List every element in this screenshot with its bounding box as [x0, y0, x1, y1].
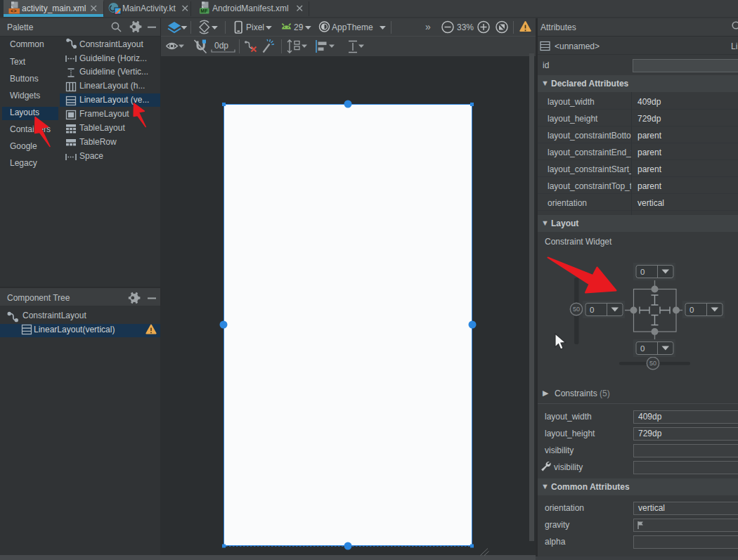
svg-text:AppTheme: AppTheme	[332, 22, 373, 32]
svg-text:<>: <>	[11, 8, 16, 14]
svg-text:»: »	[425, 21, 431, 32]
svg-text:MF: MF	[200, 8, 208, 13]
svg-text:Pixel: Pixel	[246, 22, 264, 32]
svg-text:29: 29	[294, 22, 304, 32]
svg-text:0dp: 0dp	[214, 41, 228, 51]
svg-text:33%: 33%	[457, 22, 474, 32]
